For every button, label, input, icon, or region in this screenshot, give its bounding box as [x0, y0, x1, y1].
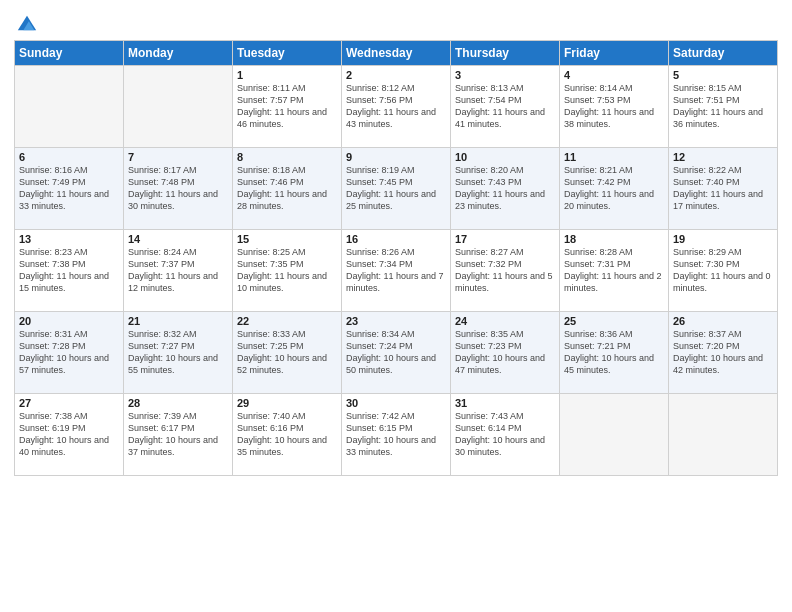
calendar-cell: 27Sunrise: 7:38 AM Sunset: 6:19 PM Dayli…	[15, 394, 124, 476]
day-number: 28	[128, 397, 228, 409]
day-info: Sunrise: 8:11 AM Sunset: 7:57 PM Dayligh…	[237, 82, 337, 131]
day-info: Sunrise: 8:34 AM Sunset: 7:24 PM Dayligh…	[346, 328, 446, 377]
calendar-header-wednesday: Wednesday	[342, 41, 451, 66]
day-info: Sunrise: 8:27 AM Sunset: 7:32 PM Dayligh…	[455, 246, 555, 295]
day-info: Sunrise: 8:37 AM Sunset: 7:20 PM Dayligh…	[673, 328, 773, 377]
day-number: 17	[455, 233, 555, 245]
day-info: Sunrise: 8:28 AM Sunset: 7:31 PM Dayligh…	[564, 246, 664, 295]
calendar-header-saturday: Saturday	[669, 41, 778, 66]
day-info: Sunrise: 8:14 AM Sunset: 7:53 PM Dayligh…	[564, 82, 664, 131]
day-number: 31	[455, 397, 555, 409]
calendar-cell: 5Sunrise: 8:15 AM Sunset: 7:51 PM Daylig…	[669, 66, 778, 148]
day-info: Sunrise: 8:24 AM Sunset: 7:37 PM Dayligh…	[128, 246, 228, 295]
header	[14, 10, 778, 34]
calendar-cell: 16Sunrise: 8:26 AM Sunset: 7:34 PM Dayli…	[342, 230, 451, 312]
calendar-cell: 17Sunrise: 8:27 AM Sunset: 7:32 PM Dayli…	[451, 230, 560, 312]
calendar-cell: 23Sunrise: 8:34 AM Sunset: 7:24 PM Dayli…	[342, 312, 451, 394]
calendar-header-monday: Monday	[124, 41, 233, 66]
day-number: 13	[19, 233, 119, 245]
day-number: 26	[673, 315, 773, 327]
day-number: 3	[455, 69, 555, 81]
calendar-cell: 3Sunrise: 8:13 AM Sunset: 7:54 PM Daylig…	[451, 66, 560, 148]
day-info: Sunrise: 8:15 AM Sunset: 7:51 PM Dayligh…	[673, 82, 773, 131]
calendar-cell: 28Sunrise: 7:39 AM Sunset: 6:17 PM Dayli…	[124, 394, 233, 476]
day-info: Sunrise: 8:25 AM Sunset: 7:35 PM Dayligh…	[237, 246, 337, 295]
day-number: 11	[564, 151, 664, 163]
day-number: 7	[128, 151, 228, 163]
calendar-cell: 1Sunrise: 8:11 AM Sunset: 7:57 PM Daylig…	[233, 66, 342, 148]
calendar-cell: 2Sunrise: 8:12 AM Sunset: 7:56 PM Daylig…	[342, 66, 451, 148]
day-number: 22	[237, 315, 337, 327]
calendar-cell	[15, 66, 124, 148]
calendar-cell: 19Sunrise: 8:29 AM Sunset: 7:30 PM Dayli…	[669, 230, 778, 312]
day-info: Sunrise: 8:21 AM Sunset: 7:42 PM Dayligh…	[564, 164, 664, 213]
day-number: 2	[346, 69, 446, 81]
day-info: Sunrise: 8:12 AM Sunset: 7:56 PM Dayligh…	[346, 82, 446, 131]
calendar-week-row: 27Sunrise: 7:38 AM Sunset: 6:19 PM Dayli…	[15, 394, 778, 476]
calendar-cell: 13Sunrise: 8:23 AM Sunset: 7:38 PM Dayli…	[15, 230, 124, 312]
logo	[14, 14, 38, 34]
day-info: Sunrise: 8:16 AM Sunset: 7:49 PM Dayligh…	[19, 164, 119, 213]
day-info: Sunrise: 8:22 AM Sunset: 7:40 PM Dayligh…	[673, 164, 773, 213]
calendar-cell: 6Sunrise: 8:16 AM Sunset: 7:49 PM Daylig…	[15, 148, 124, 230]
calendar-cell: 15Sunrise: 8:25 AM Sunset: 7:35 PM Dayli…	[233, 230, 342, 312]
day-number: 30	[346, 397, 446, 409]
calendar-cell: 11Sunrise: 8:21 AM Sunset: 7:42 PM Dayli…	[560, 148, 669, 230]
day-info: Sunrise: 7:38 AM Sunset: 6:19 PM Dayligh…	[19, 410, 119, 459]
calendar-cell: 22Sunrise: 8:33 AM Sunset: 7:25 PM Dayli…	[233, 312, 342, 394]
calendar-cell: 20Sunrise: 8:31 AM Sunset: 7:28 PM Dayli…	[15, 312, 124, 394]
calendar-cell	[560, 394, 669, 476]
calendar-header-thursday: Thursday	[451, 41, 560, 66]
calendar-cell: 10Sunrise: 8:20 AM Sunset: 7:43 PM Dayli…	[451, 148, 560, 230]
day-info: Sunrise: 8:23 AM Sunset: 7:38 PM Dayligh…	[19, 246, 119, 295]
day-info: Sunrise: 8:17 AM Sunset: 7:48 PM Dayligh…	[128, 164, 228, 213]
day-number: 1	[237, 69, 337, 81]
calendar-week-row: 6Sunrise: 8:16 AM Sunset: 7:49 PM Daylig…	[15, 148, 778, 230]
day-number: 18	[564, 233, 664, 245]
day-number: 23	[346, 315, 446, 327]
day-info: Sunrise: 8:19 AM Sunset: 7:45 PM Dayligh…	[346, 164, 446, 213]
day-info: Sunrise: 8:32 AM Sunset: 7:27 PM Dayligh…	[128, 328, 228, 377]
day-info: Sunrise: 7:40 AM Sunset: 6:16 PM Dayligh…	[237, 410, 337, 459]
day-number: 6	[19, 151, 119, 163]
calendar-week-row: 1Sunrise: 8:11 AM Sunset: 7:57 PM Daylig…	[15, 66, 778, 148]
calendar-cell: 14Sunrise: 8:24 AM Sunset: 7:37 PM Dayli…	[124, 230, 233, 312]
day-info: Sunrise: 8:31 AM Sunset: 7:28 PM Dayligh…	[19, 328, 119, 377]
day-number: 16	[346, 233, 446, 245]
day-info: Sunrise: 8:29 AM Sunset: 7:30 PM Dayligh…	[673, 246, 773, 295]
calendar-cell: 21Sunrise: 8:32 AM Sunset: 7:27 PM Dayli…	[124, 312, 233, 394]
day-number: 5	[673, 69, 773, 81]
day-info: Sunrise: 7:39 AM Sunset: 6:17 PM Dayligh…	[128, 410, 228, 459]
calendar-cell: 25Sunrise: 8:36 AM Sunset: 7:21 PM Dayli…	[560, 312, 669, 394]
day-number: 14	[128, 233, 228, 245]
calendar-header-tuesday: Tuesday	[233, 41, 342, 66]
calendar-cell: 29Sunrise: 7:40 AM Sunset: 6:16 PM Dayli…	[233, 394, 342, 476]
day-number: 15	[237, 233, 337, 245]
calendar-cell: 30Sunrise: 7:42 AM Sunset: 6:15 PM Dayli…	[342, 394, 451, 476]
calendar-cell: 8Sunrise: 8:18 AM Sunset: 7:46 PM Daylig…	[233, 148, 342, 230]
calendar-cell: 24Sunrise: 8:35 AM Sunset: 7:23 PM Dayli…	[451, 312, 560, 394]
day-number: 8	[237, 151, 337, 163]
day-info: Sunrise: 7:42 AM Sunset: 6:15 PM Dayligh…	[346, 410, 446, 459]
day-info: Sunrise: 8:13 AM Sunset: 7:54 PM Dayligh…	[455, 82, 555, 131]
day-number: 19	[673, 233, 773, 245]
day-number: 20	[19, 315, 119, 327]
day-number: 10	[455, 151, 555, 163]
day-number: 29	[237, 397, 337, 409]
calendar-header-sunday: Sunday	[15, 41, 124, 66]
day-info: Sunrise: 8:33 AM Sunset: 7:25 PM Dayligh…	[237, 328, 337, 377]
calendar-cell: 31Sunrise: 7:43 AM Sunset: 6:14 PM Dayli…	[451, 394, 560, 476]
calendar-week-row: 13Sunrise: 8:23 AM Sunset: 7:38 PM Dayli…	[15, 230, 778, 312]
day-info: Sunrise: 8:26 AM Sunset: 7:34 PM Dayligh…	[346, 246, 446, 295]
calendar-cell: 9Sunrise: 8:19 AM Sunset: 7:45 PM Daylig…	[342, 148, 451, 230]
calendar-cell: 26Sunrise: 8:37 AM Sunset: 7:20 PM Dayli…	[669, 312, 778, 394]
day-info: Sunrise: 7:43 AM Sunset: 6:14 PM Dayligh…	[455, 410, 555, 459]
calendar-cell: 4Sunrise: 8:14 AM Sunset: 7:53 PM Daylig…	[560, 66, 669, 148]
calendar-cell: 7Sunrise: 8:17 AM Sunset: 7:48 PM Daylig…	[124, 148, 233, 230]
day-info: Sunrise: 8:36 AM Sunset: 7:21 PM Dayligh…	[564, 328, 664, 377]
calendar-header-friday: Friday	[560, 41, 669, 66]
day-info: Sunrise: 8:18 AM Sunset: 7:46 PM Dayligh…	[237, 164, 337, 213]
day-number: 27	[19, 397, 119, 409]
day-number: 24	[455, 315, 555, 327]
day-info: Sunrise: 8:35 AM Sunset: 7:23 PM Dayligh…	[455, 328, 555, 377]
